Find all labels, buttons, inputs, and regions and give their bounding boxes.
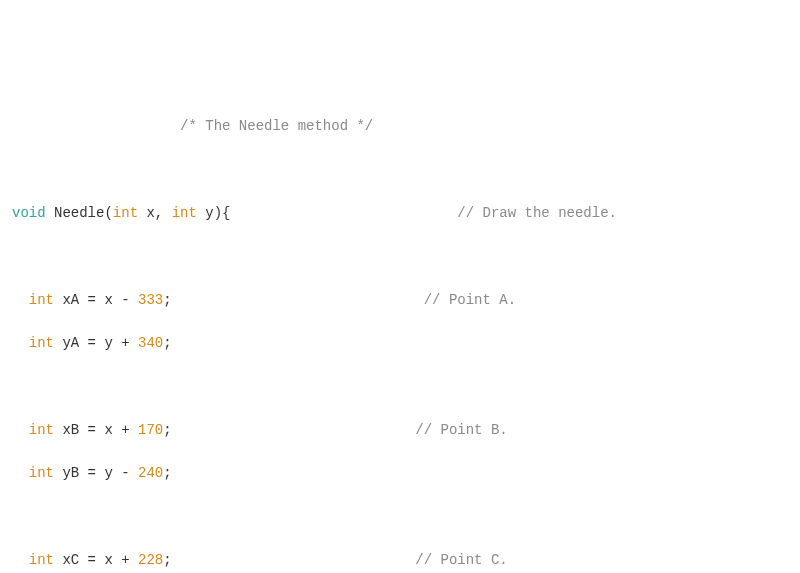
keyword-int: int (12, 292, 54, 308)
keyword-int: int (12, 335, 54, 351)
comment: // Point B. (415, 422, 507, 438)
keyword-int: int (12, 465, 54, 481)
code-line: int yB = y - 240; (12, 463, 788, 485)
keyword-int: int (12, 422, 54, 438)
literal: 340 (138, 335, 163, 351)
code-line (12, 247, 788, 269)
keyword-int: int (12, 552, 54, 568)
code-text: ; (163, 465, 171, 481)
code-text: ; (163, 422, 415, 438)
code-line: /* The Needle method */ (12, 116, 788, 138)
code-line (12, 507, 788, 529)
code-text: xC = x + (54, 552, 138, 568)
literal: 170 (138, 422, 163, 438)
keyword-int: int (113, 205, 138, 221)
code-line: int xB = x + 170; // Point B. (12, 420, 788, 442)
code-text: yA = y + (54, 335, 138, 351)
code-text: Needle( (46, 205, 113, 221)
code-line: int xA = x - 333; // Point A. (12, 290, 788, 312)
literal: 240 (138, 465, 163, 481)
comment: // Point C. (415, 552, 507, 568)
code-text: ; (163, 552, 415, 568)
code-text: xA = x - (54, 292, 138, 308)
comment: // Point A. (424, 292, 516, 308)
code-text: xB = x + (54, 422, 138, 438)
code-line: void Needle(int x, int y){ // Draw the n… (12, 203, 788, 225)
literal: 228 (138, 552, 163, 568)
code-block: /* The Needle method */ void Needle(int … (12, 95, 788, 573)
keyword-int: int (172, 205, 197, 221)
code-text: y){ (197, 205, 457, 221)
code-line: int yA = y + 340; (12, 333, 788, 355)
code-line: int xC = x + 228; // Point C. (12, 550, 788, 572)
literal: 333 (138, 292, 163, 308)
comment: // Draw the needle. (457, 205, 617, 221)
comment: /* The Needle method */ (12, 118, 373, 134)
code-line (12, 377, 788, 399)
code-text: x, (138, 205, 172, 221)
code-text: yB = y - (54, 465, 138, 481)
code-text: ; (163, 292, 423, 308)
keyword-void: void (12, 205, 46, 221)
code-text: ; (163, 335, 171, 351)
code-line (12, 160, 788, 182)
